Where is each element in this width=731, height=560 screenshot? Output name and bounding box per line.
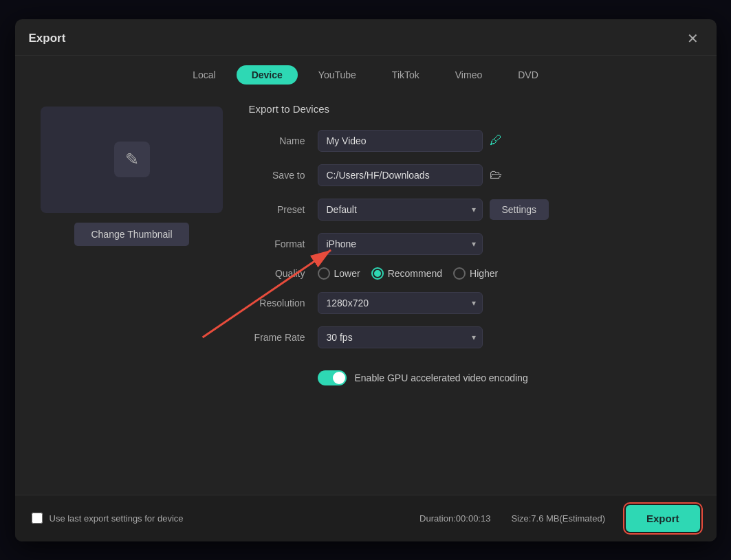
- saveto-label: Save to: [249, 170, 318, 181]
- resolution-label: Resolution: [249, 298, 318, 309]
- export-dialog: Export ✕ Local Device YouTube TikTok Vim…: [15, 19, 717, 541]
- preset-label: Preset: [249, 204, 318, 215]
- tab-vimeo[interactable]: Vimeo: [440, 65, 497, 85]
- dialog-body: ✎ Change Thumbnail Export to Devices Nam…: [15, 93, 717, 495]
- folder-icon[interactable]: 🗁: [490, 168, 502, 182]
- settings-button[interactable]: Settings: [490, 199, 549, 220]
- size-info: Size:7.6 MB(Estimated): [511, 513, 605, 524]
- framerate-select[interactable]: 30 fps: [318, 326, 483, 348]
- right-panel: Export to Devices Name 🖊 Save to 🗁: [249, 100, 703, 481]
- titlebar: Export ✕: [15, 19, 717, 56]
- gpu-toggle-row: Enable GPU accelerated video encoding: [318, 361, 703, 385]
- change-thumbnail-button[interactable]: Change Thumbnail: [74, 223, 188, 246]
- preset-row: Preset Default ▾ Settings: [249, 199, 703, 221]
- thumbnail-icon: ✎: [114, 142, 150, 177]
- gpu-toggle[interactable]: [318, 370, 347, 385]
- left-panel: ✎ Change Thumbnail: [29, 100, 235, 481]
- resolution-select[interactable]: 1280x720: [318, 292, 483, 314]
- radio-recommend: [371, 267, 384, 280]
- dialog-title: Export: [29, 32, 66, 45]
- dialog-overlay: Export ✕ Local Device YouTube TikTok Vim…: [0, 0, 731, 560]
- name-input[interactable]: [318, 130, 483, 152]
- footer-right: Duration:00:00:13 Size:7.6 MB(Estimated)…: [419, 505, 699, 532]
- resolution-select-wrap: 1280x720 ▾: [318, 292, 483, 314]
- preset-select[interactable]: Default: [318, 199, 483, 221]
- format-row: Format iPhone ▾: [249, 233, 703, 255]
- tab-device[interactable]: Device: [237, 65, 298, 85]
- resolution-row: Resolution 1280x720 ▾: [249, 292, 703, 314]
- toggle-knob: [333, 372, 345, 384]
- quality-options: Lower Recommend Higher: [318, 267, 499, 280]
- dialog-inner: ✎ Change Thumbnail Export to Devices Nam…: [15, 93, 717, 495]
- name-label: Name: [249, 135, 318, 146]
- framerate-select-wrap: 30 fps ▾: [318, 326, 483, 348]
- framerate-row: Frame Rate 30 fps ▾: [249, 326, 703, 348]
- tabs-bar: Local Device YouTube TikTok Vimeo DVD: [15, 56, 717, 93]
- tab-tiktok[interactable]: TikTok: [377, 65, 435, 85]
- quality-lower-label: Lower: [334, 268, 360, 279]
- quality-label: Quality: [249, 268, 318, 279]
- quality-row: Quality Lower Recommend: [249, 267, 703, 280]
- tab-youtube[interactable]: YouTube: [303, 65, 371, 85]
- quality-recommend[interactable]: Recommend: [371, 267, 442, 280]
- framerate-label: Frame Rate: [249, 332, 318, 343]
- export-button[interactable]: Export: [626, 505, 700, 532]
- quality-higher[interactable]: Higher: [453, 267, 498, 280]
- tab-local[interactable]: Local: [177, 65, 230, 85]
- saveto-row: Save to 🗁: [249, 164, 703, 186]
- quality-higher-label: Higher: [470, 268, 498, 279]
- preset-select-wrap: Default ▾: [318, 199, 483, 221]
- radio-higher: [453, 267, 466, 280]
- ai-icon[interactable]: 🖊: [490, 133, 502, 148]
- radio-lower: [318, 267, 330, 280]
- format-select-wrap: iPhone ▾: [318, 233, 483, 255]
- format-select[interactable]: iPhone: [318, 233, 483, 255]
- footer-left: Use last export settings for device: [32, 513, 184, 524]
- quality-recommend-label: Recommend: [388, 268, 442, 279]
- thumbnail-box: ✎: [41, 107, 223, 213]
- tab-dvd[interactable]: DVD: [503, 65, 554, 85]
- quality-lower[interactable]: Lower: [318, 267, 360, 280]
- duration-info: Duration:00:00:13: [419, 513, 490, 524]
- radio-recommend-inner: [374, 270, 381, 277]
- gpu-label: Enable GPU accelerated video encoding: [355, 372, 528, 383]
- name-row: Name 🖊: [249, 130, 703, 152]
- last-settings-label: Use last export settings for device: [50, 513, 184, 524]
- close-button[interactable]: ✕: [683, 29, 703, 48]
- dialog-footer: Use last export settings for device Dura…: [15, 495, 717, 541]
- export-heading: Export to Devices: [249, 103, 703, 115]
- last-settings-checkbox[interactable]: [32, 513, 43, 524]
- format-label: Format: [249, 238, 318, 249]
- saveto-input[interactable]: [318, 164, 483, 186]
